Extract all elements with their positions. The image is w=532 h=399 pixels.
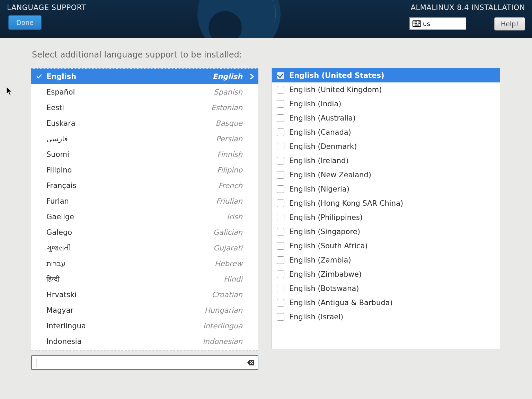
locale-checkbox[interactable] bbox=[277, 299, 284, 307]
locale-checkbox[interactable] bbox=[277, 242, 284, 250]
language-row[interactable]: InterlinguaInterlingua bbox=[31, 318, 258, 334]
locale-label: English (India) bbox=[289, 100, 341, 108]
check-icon bbox=[36, 73, 42, 80]
locale-row[interactable]: English (Australia) bbox=[272, 111, 500, 125]
locale-checkbox[interactable] bbox=[277, 271, 284, 278]
locale-row[interactable]: English (Botswana) bbox=[272, 281, 500, 295]
text-cursor bbox=[36, 358, 36, 367]
language-row[interactable]: GalegoGalician bbox=[31, 224, 258, 240]
locale-label: English (Philippines) bbox=[289, 213, 363, 222]
locale-row[interactable]: English (Philippines) bbox=[272, 210, 500, 224]
language-row[interactable]: हिन्दीHindi bbox=[31, 271, 258, 287]
language-row[interactable]: EnglishEnglish bbox=[31, 69, 258, 84]
locale-label: English (New Zealand) bbox=[289, 171, 371, 179]
locale-row[interactable]: English (New Zealand) bbox=[272, 168, 500, 182]
language-native-label: Euskara bbox=[46, 119, 215, 127]
language-native-label: ગુજરાતી bbox=[46, 244, 213, 252]
locale-label: English (Denmark) bbox=[289, 142, 357, 151]
language-row[interactable]: FilipinoFilipino bbox=[31, 162, 258, 178]
language-native-label: हिन्दी bbox=[46, 275, 224, 283]
svg-rect-10 bbox=[416, 23, 417, 24]
svg-rect-6 bbox=[418, 21, 419, 23]
locale-checkbox[interactable] bbox=[277, 72, 284, 79]
locale-label: English (Antigua & Barbuda) bbox=[289, 299, 393, 307]
locale-row[interactable]: English (Ireland) bbox=[272, 153, 500, 168]
locale-row[interactable]: English (Nigeria) bbox=[272, 182, 500, 196]
language-english-label: Finnish bbox=[217, 150, 242, 159]
language-list[interactable]: EnglishEnglishEspañolSpanishEestiEstonia… bbox=[31, 68, 258, 351]
locale-checkbox[interactable] bbox=[277, 200, 284, 207]
language-search-input[interactable] bbox=[31, 355, 258, 370]
locale-row[interactable]: English (Denmark) bbox=[272, 139, 500, 153]
language-row[interactable]: فارسیPersian bbox=[31, 131, 258, 147]
header-bar: LANGUAGE SUPPORT Done ALMALINUX 8.4 INST… bbox=[0, 0, 532, 38]
svg-point-0 bbox=[197, 0, 281, 38]
language-native-label: Hrvatski bbox=[46, 291, 212, 299]
language-english-label: Galician bbox=[213, 228, 242, 237]
done-button[interactable]: Done bbox=[8, 15, 42, 30]
locale-label: English (Zimbabwe) bbox=[289, 270, 362, 278]
svg-rect-4 bbox=[415, 21, 416, 23]
locale-row[interactable]: English (India) bbox=[272, 97, 500, 111]
language-row[interactable]: IndonesiaIndonesian bbox=[31, 334, 258, 349]
language-row[interactable]: FurlanFriulian bbox=[31, 193, 258, 209]
language-row[interactable]: FrançaisFrench bbox=[31, 178, 258, 193]
language-row[interactable]: SuomiFinnish bbox=[31, 147, 258, 162]
help-button[interactable]: Help! bbox=[494, 17, 525, 30]
locale-row[interactable]: English (Hong Kong SAR China) bbox=[272, 196, 500, 210]
locale-checkbox[interactable] bbox=[277, 86, 284, 94]
locale-checkbox[interactable] bbox=[277, 114, 284, 122]
locale-checkbox[interactable] bbox=[277, 256, 284, 264]
language-row[interactable]: עבריתHebrew bbox=[31, 256, 258, 271]
locale-checkbox[interactable] bbox=[277, 228, 284, 236]
locale-row[interactable]: English (Canada) bbox=[272, 125, 500, 139]
svg-rect-13 bbox=[415, 25, 419, 26]
clear-search-icon[interactable] bbox=[247, 359, 254, 366]
language-row[interactable]: GaeilgeIrish bbox=[31, 209, 258, 224]
language-english-label: Indonesian bbox=[203, 337, 242, 346]
language-english-label: Hungarian bbox=[205, 306, 242, 314]
locale-row[interactable]: English (Singapore) bbox=[272, 224, 500, 239]
language-native-label: Suomi bbox=[46, 150, 217, 159]
locale-checkbox[interactable] bbox=[277, 100, 284, 108]
language-row[interactable]: ગુજરાતીGujarati bbox=[31, 240, 258, 256]
locale-checkbox[interactable] bbox=[277, 214, 284, 221]
locale-checkbox[interactable] bbox=[277, 171, 284, 179]
language-english-label: Hindi bbox=[224, 275, 242, 283]
language-row[interactable]: EspañolSpanish bbox=[31, 84, 258, 100]
language-native-label: English bbox=[46, 72, 213, 81]
locale-checkbox[interactable] bbox=[277, 128, 284, 136]
language-native-label: Galego bbox=[46, 228, 213, 237]
language-row[interactable]: EestiEstonian bbox=[31, 100, 258, 115]
locale-label: English (Canada) bbox=[289, 128, 351, 136]
locale-checkbox[interactable] bbox=[277, 285, 284, 292]
locale-checkbox[interactable] bbox=[277, 185, 284, 193]
language-row[interactable]: MagyarHungarian bbox=[31, 302, 258, 318]
language-row[interactable]: EuskaraBasque bbox=[31, 115, 258, 131]
locale-row[interactable]: English (Israel) bbox=[272, 310, 500, 324]
language-native-label: Gaeilge bbox=[46, 213, 227, 221]
locale-checkbox[interactable] bbox=[277, 143, 284, 150]
locale-label: English (Zambia) bbox=[289, 256, 351, 264]
locale-list[interactable]: English (United States)English (United K… bbox=[272, 68, 500, 349]
locale-row[interactable]: English (South Africa) bbox=[272, 239, 500, 253]
language-native-label: فارسی bbox=[46, 135, 216, 143]
locale-row[interactable]: English (Zimbabwe) bbox=[272, 267, 500, 281]
svg-point-1 bbox=[209, 11, 242, 38]
locale-row[interactable]: English (Antigua & Barbuda) bbox=[272, 295, 500, 310]
locale-row[interactable]: English (United States) bbox=[272, 68, 500, 82]
keyboard-layout-indicator[interactable]: us bbox=[409, 17, 466, 30]
locale-checkbox[interactable] bbox=[277, 313, 284, 321]
locale-checkbox[interactable] bbox=[277, 157, 284, 165]
language-native-label: Magyar bbox=[46, 306, 205, 314]
locale-row[interactable]: English (United Kingdom) bbox=[272, 82, 500, 97]
language-english-label: Friulian bbox=[216, 197, 242, 205]
svg-rect-7 bbox=[419, 21, 420, 23]
locale-row[interactable]: English (Zambia) bbox=[272, 253, 500, 267]
language-row[interactable]: HrvatskiCroatian bbox=[31, 287, 258, 302]
language-english-label: Spanish bbox=[214, 88, 242, 96]
locale-label: English (Ireland) bbox=[289, 157, 349, 165]
locale-label: English (Botswana) bbox=[289, 284, 359, 293]
svg-rect-3 bbox=[414, 21, 415, 23]
brand-swirl-icon bbox=[194, 0, 284, 38]
